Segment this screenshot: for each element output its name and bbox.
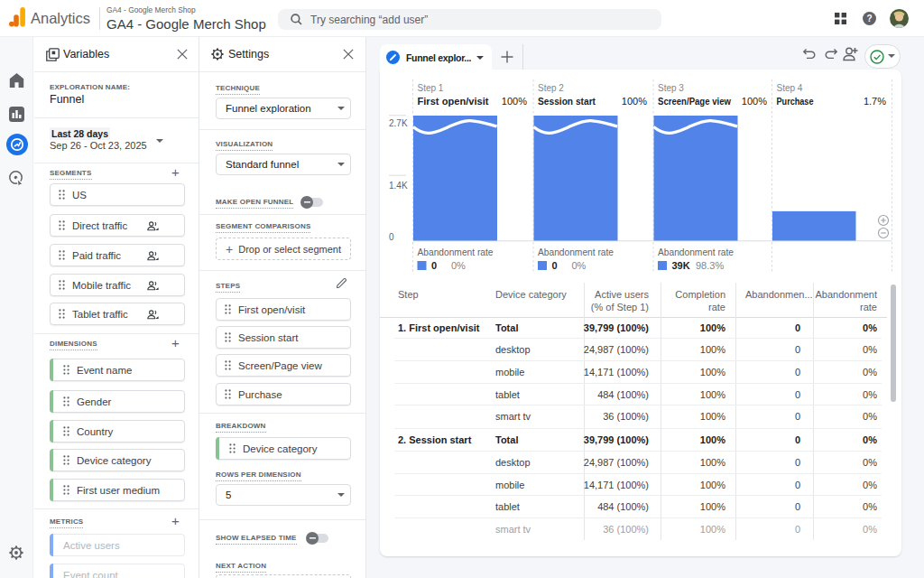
- svg-text:Abandonment rate: Abandonment rate: [538, 247, 614, 257]
- svg-text:100%: 100%: [502, 96, 527, 107]
- svg-text:Session start: Session start: [538, 96, 596, 107]
- svg-text:?: ?: [866, 14, 872, 23]
- svg-text:2.7K: 2.7K: [389, 118, 408, 128]
- svg-text:0: 0: [552, 260, 558, 271]
- svg-text:Step 4: Step 4: [777, 83, 803, 93]
- svg-text:0: 0: [431, 260, 437, 271]
- svg-text:1.7%: 1.7%: [864, 96, 886, 107]
- svg-text:39K: 39K: [672, 260, 690, 271]
- svg-text:First open/visit: First open/visit: [418, 96, 489, 107]
- svg-text:98.3%: 98.3%: [696, 260, 724, 271]
- svg-text:0: 0: [389, 232, 394, 242]
- svg-text:1.4K: 1.4K: [389, 181, 408, 191]
- svg-text:Step 1: Step 1: [418, 83, 444, 93]
- svg-text:0%: 0%: [572, 260, 587, 271]
- svg-text:100%: 100%: [742, 96, 767, 107]
- svg-text:0%: 0%: [451, 260, 466, 271]
- svg-text:Abandonment rate: Abandonment rate: [418, 247, 494, 257]
- svg-text:Abandonment rate: Abandonment rate: [658, 247, 734, 257]
- svg-text:Step 2: Step 2: [538, 83, 564, 93]
- svg-text:Purchase: Purchase: [777, 96, 814, 107]
- svg-text:Step 3: Step 3: [658, 83, 684, 93]
- svg-text:100%: 100%: [622, 96, 647, 107]
- svg-text:Screen/Page view: Screen/Page view: [658, 96, 731, 107]
